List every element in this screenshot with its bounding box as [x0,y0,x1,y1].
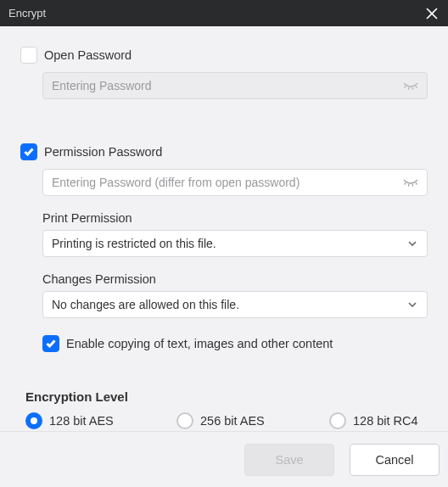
svg-line-8 [412,184,413,186]
dialog-footer: Save Cancel [0,431,448,487]
cancel-button[interactable]: Cancel [350,444,440,476]
radio-256-aes[interactable] [176,412,193,429]
open-password-input [42,72,428,99]
print-permission-label: Print Permission [42,211,428,225]
changes-permission-select[interactable]: No changes are allowed on this file. [42,291,428,318]
permission-password-input[interactable] [42,169,428,196]
close-button[interactable] [424,6,440,21]
changes-permission-label: Changes Permission [42,272,428,286]
title-bar: Encrypt [0,0,448,26]
enable-copy-label: Enable copying of text, images and other… [66,337,333,350]
close-icon [426,8,438,20]
chevron-down-icon [407,238,419,249]
changes-permission-value: No changes are allowed on this file. [52,298,239,311]
permission-password-checkbox[interactable] [20,143,37,160]
radio-label-128-rc4: 128 bit RC4 [353,414,418,428]
svg-line-5 [416,86,417,87]
svg-line-4 [412,87,413,89]
enable-copy-checkbox[interactable] [42,335,59,352]
print-permission-value: Printing is restricted on this file. [52,237,216,250]
radio-label-256-aes: 256 bit AES [200,414,265,428]
eye-closed-icon [402,77,419,94]
open-password-label: Open Password [44,48,132,62]
svg-line-6 [405,182,406,184]
dialog-title: Encrypt [8,7,424,20]
radio-128-rc4[interactable] [329,412,346,429]
dialog-body: Open Password Permission Password Print … [0,26,448,431]
encryption-level-group: 128 bit AES 256 bit AES 128 bit RC4 [25,412,428,429]
open-password-checkbox[interactable] [20,47,37,64]
eye-closed-icon[interactable] [402,174,419,191]
permission-password-label: Permission Password [44,145,162,159]
svg-line-9 [416,182,417,184]
save-button: Save [244,444,334,476]
svg-line-2 [405,86,406,87]
radio-label-128-aes: 128 bit AES [49,414,114,428]
encryption-level-title: Encryption Level [25,389,428,404]
chevron-down-icon [407,299,419,311]
svg-line-7 [408,184,409,186]
svg-line-3 [408,87,409,89]
radio-128-aes[interactable] [25,412,42,429]
print-permission-select[interactable]: Printing is restricted on this file. [42,230,428,257]
